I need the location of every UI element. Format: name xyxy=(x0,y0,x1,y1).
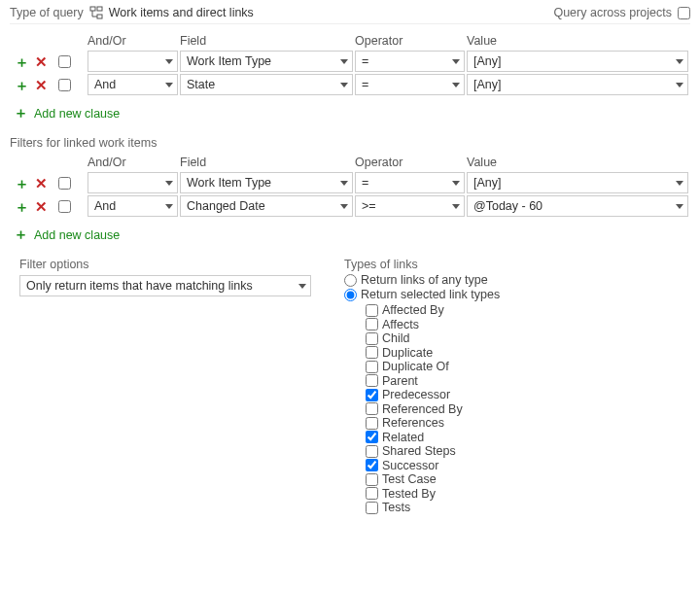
insert-clause-icon[interactable]: ＋ xyxy=(14,198,29,214)
cross-projects-label: Query across projects xyxy=(553,6,672,19)
svg-rect-2 xyxy=(97,15,102,18)
svg-rect-1 xyxy=(97,7,102,11)
chevron-down-icon xyxy=(452,83,460,87)
link-type-checkbox[interactable] xyxy=(366,473,378,486)
add-clause-label: Add new clause xyxy=(34,228,120,242)
field-value: Changed Date xyxy=(187,199,265,213)
delete-clause-icon[interactable]: ✕ xyxy=(33,198,49,214)
link-type-item[interactable]: Duplicate Of xyxy=(366,360,690,373)
radio-links-any-input[interactable] xyxy=(344,274,357,287)
andor-value xyxy=(94,176,97,190)
clause-select-checkbox[interactable] xyxy=(58,200,71,213)
andor-select[interactable]: And xyxy=(88,74,178,95)
clause-select-checkbox[interactable] xyxy=(58,79,71,91)
value-select[interactable]: [Any] xyxy=(467,51,688,72)
link-type-item[interactable]: Affects xyxy=(366,318,690,331)
link-type-item[interactable]: Referenced By xyxy=(366,402,690,416)
link-type-label: Test Case xyxy=(382,472,437,486)
link-type-checkbox[interactable] xyxy=(366,346,378,359)
add-top-clause-button[interactable]: ＋ Add new clause xyxy=(14,104,690,122)
link-type-label: Shared Steps xyxy=(382,444,456,458)
link-type-checkbox[interactable] xyxy=(366,374,378,387)
link-type-label: Duplicate Of xyxy=(382,360,449,373)
link-type-item[interactable]: References xyxy=(366,416,690,430)
link-type-checkbox[interactable] xyxy=(366,417,378,430)
col-operator: Operator xyxy=(355,34,467,48)
link-type-checkbox[interactable] xyxy=(366,318,378,330)
link-type-checkbox[interactable] xyxy=(366,445,378,458)
radio-links-any[interactable]: Return links of any type xyxy=(344,273,690,287)
link-type-item[interactable]: Successor xyxy=(366,459,690,472)
operator-value: = xyxy=(362,54,368,68)
operator-select[interactable]: = xyxy=(355,74,465,95)
link-type-checkbox[interactable] xyxy=(366,304,378,317)
link-type-label: Tests xyxy=(382,501,410,514)
link-type-item[interactable]: Parent xyxy=(366,374,690,388)
chevron-down-icon xyxy=(452,204,460,209)
filter-options-select[interactable]: Only return items that have matching lin… xyxy=(19,275,311,296)
value-value: [Any] xyxy=(473,176,502,190)
insert-clause-icon[interactable]: ＋ xyxy=(14,175,29,191)
col-value: Value xyxy=(467,34,690,48)
chevron-down-icon xyxy=(298,284,306,289)
delete-clause-icon[interactable]: ✕ xyxy=(33,77,49,92)
link-type-label: Predecessor xyxy=(382,388,450,401)
chevron-down-icon xyxy=(676,59,683,64)
radio-links-selected-input[interactable] xyxy=(344,289,357,301)
link-type-checkbox[interactable] xyxy=(366,431,378,443)
link-type-checkbox[interactable] xyxy=(366,361,378,373)
link-type-item[interactable]: Duplicate xyxy=(366,346,690,360)
top-clause-row: ＋✕ Work Item Type=[Any] xyxy=(10,50,690,73)
value-select[interactable]: @Today - 60 xyxy=(467,195,688,217)
svg-rect-0 xyxy=(90,7,95,11)
andor-select[interactable] xyxy=(88,51,178,72)
value-select[interactable]: [Any] xyxy=(467,172,688,193)
add-linked-clause-button[interactable]: ＋ Add new clause xyxy=(14,226,690,244)
link-type-item[interactable]: Shared Steps xyxy=(366,444,690,458)
insert-clause-icon[interactable]: ＋ xyxy=(14,77,29,92)
cross-projects-checkbox[interactable] xyxy=(678,7,690,19)
insert-clause-icon[interactable]: ＋ xyxy=(14,53,29,69)
link-type-label: Duplicate xyxy=(382,346,433,360)
type-of-query-label: Type of query xyxy=(10,6,84,19)
value-select[interactable]: [Any] xyxy=(467,74,688,95)
operator-select[interactable]: >= xyxy=(355,195,465,217)
andor-select[interactable]: And xyxy=(88,195,178,217)
field-select[interactable]: Work Item Type xyxy=(180,172,353,193)
operator-select[interactable]: = xyxy=(355,51,465,72)
delete-clause-icon[interactable]: ✕ xyxy=(33,53,49,69)
query-type-value: Work items and direct links xyxy=(109,6,254,19)
clause-select-checkbox[interactable] xyxy=(58,55,71,68)
filter-options-label: Filter options xyxy=(19,258,321,271)
field-select[interactable]: Work Item Type xyxy=(180,51,353,72)
andor-value xyxy=(94,54,97,68)
operator-value: = xyxy=(362,78,368,91)
field-select[interactable]: State xyxy=(180,74,353,95)
link-type-checkbox[interactable] xyxy=(366,502,378,514)
chevron-down-icon xyxy=(340,181,348,186)
link-type-item[interactable]: Predecessor xyxy=(366,388,690,401)
andor-select[interactable] xyxy=(88,172,178,193)
link-type-checkbox[interactable] xyxy=(366,332,378,345)
andor-value: And xyxy=(94,78,116,91)
radio-links-selected-label: Return selected link types xyxy=(361,288,500,301)
link-type-label: Child xyxy=(382,331,410,345)
operator-select[interactable]: = xyxy=(355,172,465,193)
link-type-checkbox[interactable] xyxy=(366,487,378,500)
chevron-down-icon xyxy=(165,181,173,186)
radio-links-selected[interactable]: Return selected link types xyxy=(344,288,690,301)
delete-clause-icon[interactable]: ✕ xyxy=(33,175,49,191)
link-type-item[interactable]: Child xyxy=(366,331,690,345)
link-type-item[interactable]: Tested By xyxy=(366,487,690,501)
link-type-item[interactable]: Tests xyxy=(366,501,690,514)
link-type-checkbox[interactable] xyxy=(366,402,378,415)
clause-select-checkbox[interactable] xyxy=(58,177,71,190)
field-select[interactable]: Changed Date xyxy=(180,195,353,217)
link-type-checkbox[interactable] xyxy=(366,389,378,401)
link-type-checkbox[interactable] xyxy=(366,459,378,471)
link-type-item[interactable]: Affected By xyxy=(366,303,690,317)
link-type-item[interactable]: Test Case xyxy=(366,472,690,486)
linked-clause-row: ＋✕ Work Item Type=[Any] xyxy=(10,171,690,194)
link-type-item[interactable]: Related xyxy=(366,431,690,444)
chevron-down-icon xyxy=(340,59,348,64)
